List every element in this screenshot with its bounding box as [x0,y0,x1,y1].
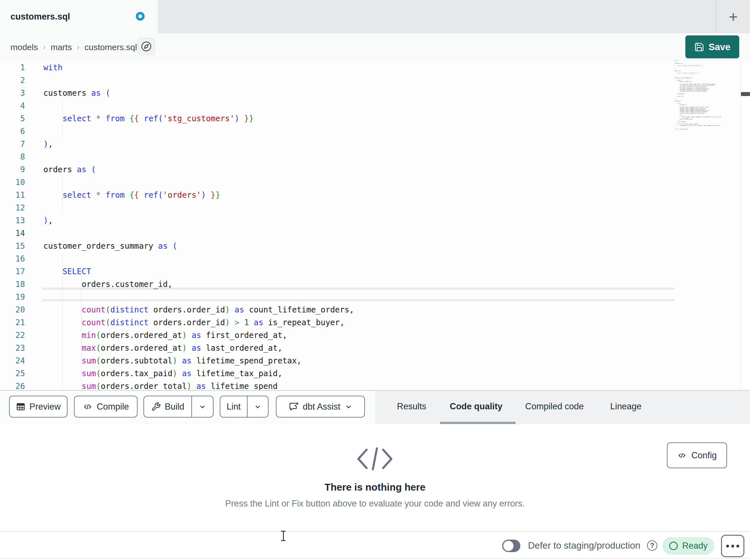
editor-minimap[interactable]: with customers as ( select * from {{ ref… [675,60,741,131]
code-line[interactable]: 15customer_orders_summary as ( [0,240,675,252]
config-button[interactable]: Config [667,442,727,468]
tab-code-quality[interactable]: Code quality [450,391,502,422]
chevron-down-icon [344,402,353,411]
wrench-icon [151,402,161,412]
unsaved-changes-dot-icon [136,12,145,21]
line-number[interactable]: 15 [0,241,25,251]
line-number[interactable]: 26 [0,381,25,391]
line-number[interactable]: 17 [0,267,25,276]
save-button[interactable]: Save [685,36,739,58]
code-slash-icon [347,443,403,474]
line-number[interactable]: 5 [0,114,25,123]
code-text: with [43,63,62,72]
line-number[interactable]: 18 [0,279,25,289]
compile-label: Compile [97,402,129,412]
code-line[interactable]: 2 [0,74,675,87]
code-line[interactable]: 23 max(orders.ordered_at) as last_ordere… [0,341,675,354]
more-menu-button[interactable] [721,535,744,557]
code-text: SELECT [43,267,91,276]
code-line[interactable]: 16 [0,252,675,265]
code-line[interactable]: 21 count(distinct orders.order_id) > 1 a… [0,316,675,329]
line-number[interactable]: 4 [0,101,25,110]
code-text: count(distinct orders.order_id) > 1 as i… [43,318,344,327]
dbt-assist-button[interactable]: dbt Assist [276,396,365,417]
preview-button[interactable]: Preview [9,396,67,417]
code-icon [82,402,93,412]
code-editor[interactable]: 1with23customers as (45 select * from {{… [0,61,750,390]
dot-icon [726,545,729,547]
code-lines[interactable]: 1with23customers as (45 select * from {{… [0,61,675,390]
active-tab-underline [440,422,515,424]
help-icon[interactable]: ? [647,540,657,551]
new-tab-button[interactable]: + [722,0,745,33]
line-number[interactable]: 24 [0,356,25,366]
empty-state-subtitle: Press the Lint or Fix button above to ev… [0,499,750,509]
line-number[interactable]: 12 [0,203,25,212]
code-line[interactable]: 5 select * from {{ ref('stg_customers') … [0,112,675,125]
code-line[interactable]: 17 SELECT [0,265,675,278]
code-line[interactable]: 12 [0,201,675,214]
line-number[interactable]: 25 [0,369,25,378]
code-text: count(distinct orders.order_id) as count… [43,305,354,314]
code-line[interactable]: 24 sum(orders.subtotal) as lifetime_spen… [0,354,675,367]
floppy-disk-icon [694,42,704,52]
lint-button[interactable]: Lint [220,396,247,417]
code-line[interactable]: 25 sum(orders.tax_paid) as lifetime_tax_… [0,367,675,380]
scrollbar-thumb[interactable] [741,92,750,96]
line-number[interactable]: 13 [0,216,25,225]
scrollbar-track[interactable] [741,61,750,390]
line-number[interactable]: 7 [0,139,25,149]
code-line[interactable]: 4 [0,99,675,112]
code-line[interactable]: 14 [0,227,675,240]
tab-compiled-code[interactable]: Compiled code [525,391,584,422]
tab-customers-sql[interactable]: customers.sql [0,0,158,33]
tab-results[interactable]: Results [397,391,426,422]
code-line[interactable]: 20 count(distinct orders.order_id) as co… [0,303,675,316]
compile-button[interactable]: Compile [74,396,138,417]
line-number[interactable]: 1 [0,63,25,72]
line-number[interactable]: 3 [0,88,25,98]
line-number[interactable]: 8 [0,152,25,162]
defer-toggle[interactable] [502,540,520,552]
code-line[interactable]: 6 [0,125,675,138]
config-label: Config [691,450,717,461]
line-number[interactable]: 22 [0,331,25,340]
line-number[interactable]: 11 [0,190,25,200]
build-dropdown-button[interactable] [192,396,213,417]
line-number[interactable]: 14 [0,229,25,238]
code-line[interactable]: 22 min(orders.ordered_at) as first_order… [0,329,675,341]
code-line[interactable]: 7), [0,138,675,150]
lint-dropdown-button[interactable] [248,396,268,417]
dbt-assist-label: dbt Assist [303,402,340,412]
line-number[interactable]: 23 [0,343,25,353]
line-number[interactable]: 9 [0,165,25,174]
line-number[interactable]: 10 [0,178,25,187]
code-line[interactable]: 19 [0,291,675,303]
code-line[interactable]: 18 orders.customer_id, [0,278,675,291]
breadcrumb-file[interactable]: customers.sql [84,42,137,52]
code-line[interactable]: 11 select * from {{ ref('orders') }} [0,189,675,201]
line-number[interactable]: 16 [0,254,25,264]
code-text: sum(orders.order_total) as lifetime_spen… [43,381,278,391]
code-text: sum(orders.tax_paid) as lifetime_tax_pai… [43,369,282,378]
line-number[interactable]: 19 [0,292,25,302]
breadcrumb-models[interactable]: models [11,42,38,52]
breadcrumb-separator: › [43,43,46,51]
build-button[interactable]: Build [144,396,191,417]
code-line[interactable]: 10 [0,176,675,189]
line-number[interactable]: 20 [0,305,25,314]
code-line[interactable]: 1with [0,61,675,74]
code-line[interactable]: 8 [0,150,675,163]
tab-lineage[interactable]: Lineage [610,391,642,422]
code-line[interactable]: 13), [0,214,675,227]
breadcrumb-marts[interactable]: marts [51,42,72,52]
line-number[interactable]: 6 [0,127,25,136]
ready-ring-icon [669,542,678,550]
defer-label: Defer to staging/production [528,531,640,560]
line-number[interactable]: 21 [0,318,25,327]
code-line[interactable]: 3customers as ( [0,87,675,99]
ready-label: Ready [682,541,708,551]
code-line[interactable]: 9orders as ( [0,163,675,176]
explore-lineage-button[interactable] [138,38,155,55]
line-number[interactable]: 2 [0,76,25,85]
